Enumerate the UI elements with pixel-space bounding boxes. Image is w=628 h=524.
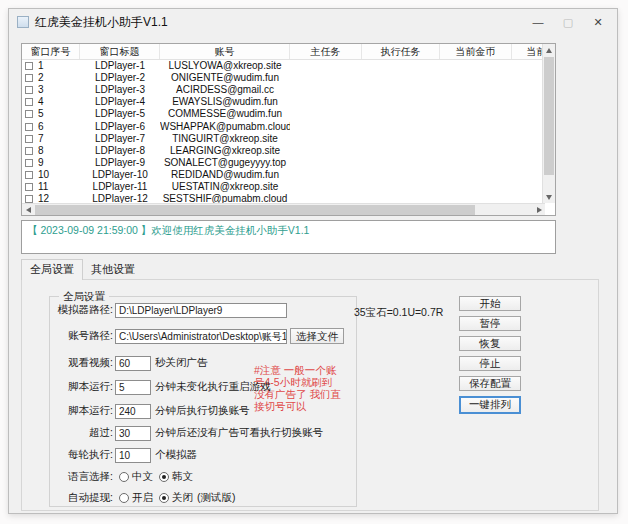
language-row: 语言选择: 中文 韩文 — [55, 469, 193, 485]
row-checkbox[interactable] — [25, 195, 33, 203]
row-checkbox[interactable] — [25, 74, 33, 82]
table-row[interactable]: 5LDPlayer-5COMMESSE@wudim.fun — [22, 108, 545, 120]
scroll-up-icon[interactable] — [543, 44, 555, 56]
row-checkbox[interactable] — [25, 62, 33, 70]
action-button-一键排列[interactable]: 一键排列 — [459, 396, 521, 414]
table-row[interactable]: 3LDPlayer-3ACIRDESS@gmail.cc — [22, 84, 545, 96]
radio-icon[interactable] — [159, 493, 169, 503]
radio-language-chinese[interactable]: 中文 — [119, 470, 153, 484]
attention-note-line: #注意 一般一个账 — [254, 364, 349, 376]
log-box: 【 2023-09-09 21:59:00 】欢迎使用红虎美金挂机小助手V1.1 — [21, 220, 556, 254]
app-icon — [17, 16, 29, 28]
row-account: TINGUIRT@xkreop.site — [160, 133, 290, 145]
watch-video-label: 观看视频: — [55, 356, 113, 370]
radio-withdraw-on[interactable]: 开启 — [119, 491, 153, 505]
row-number: 7 — [38, 133, 44, 145]
action-button-开始[interactable]: 开始 — [459, 296, 521, 311]
col-exec-task[interactable]: 执行任务 — [362, 44, 440, 59]
attention-note-line: 接切号可以 — [254, 400, 349, 412]
tab-global-settings[interactable]: 全局设置 — [21, 259, 83, 280]
row-checkbox[interactable] — [25, 123, 33, 131]
table-row[interactable]: 1LDPlayer-1LUSLYOWA@xkreop.site — [22, 60, 545, 72]
radio-icon[interactable] — [119, 493, 129, 503]
script-switch-suffix: 分钟后执行切换账号 — [155, 404, 250, 418]
auto-withdraw-label: 自动提现: — [55, 491, 113, 505]
row-account: REDIDAND@wudim.fun — [160, 169, 290, 181]
col-window-num[interactable]: 窗口序号 — [22, 44, 80, 59]
radio-icon[interactable] — [119, 472, 129, 482]
table-row[interactable]: 10LDPlayer-10REDIDAND@wudim.fun — [22, 169, 545, 181]
row-account: LEARGING@xkreop.site — [160, 145, 290, 157]
action-button-保存配置[interactable]: 保存配置 — [459, 376, 521, 391]
titlebar: 红虎美金挂机小助手V1.1 — ▢ ✕ — [9, 9, 617, 35]
groupbox-title: 全局设置 — [59, 290, 109, 304]
account-path-row: 账号路径: C:\Users\Administrator\Desktop\账号1… — [55, 328, 344, 344]
account-path-input[interactable]: C:\Users\Administrator\Desktop\账号1. — [115, 329, 287, 344]
table-row[interactable]: 6LDPlayer-6WSHAPPAK@pumabm.cloud — [22, 120, 545, 132]
table-row[interactable]: 4LDPlayer-4EWAYSLIS@wudim.fun — [22, 96, 545, 108]
radio-icon[interactable] — [159, 472, 169, 482]
per-round-row: 每轮执行: 10 个模拟器 — [55, 447, 197, 463]
table-header: 窗口序号 窗口标题 账号 主任务 执行任务 当前金币 当前宝 — [22, 44, 545, 60]
scroll-down-icon[interactable] — [543, 191, 555, 203]
row-checkbox[interactable] — [25, 98, 33, 106]
script-switch-label: 脚本运行: — [55, 404, 113, 418]
scroll-right-icon[interactable] — [533, 204, 545, 216]
radio-withdraw-off[interactable]: 关闭 — [159, 491, 193, 505]
row-checkbox[interactable] — [25, 147, 33, 155]
minimize-button[interactable]: — — [523, 9, 553, 35]
row-number: 1 — [38, 60, 44, 72]
window-title: 红虎美金挂机小助手V1.1 — [35, 14, 168, 31]
row-account: WSHAPPAK@pumabm.cloud — [160, 121, 290, 133]
per-round-input[interactable]: 10 — [115, 448, 151, 463]
horizontal-scrollbar[interactable] — [22, 203, 545, 215]
row-checkbox[interactable] — [25, 159, 33, 167]
app-window: 红虎美金挂机小助手V1.1 — ▢ ✕ 窗口序号 窗口标题 账号 主任务 执行任… — [8, 8, 618, 514]
row-window-title: LDPlayer-2 — [80, 72, 160, 84]
table-row[interactable]: 2LDPlayer-2ONIGENTE@wudim.fun — [22, 72, 545, 84]
select-file-button[interactable]: 选择文件 — [290, 328, 344, 344]
tab-other-settings[interactable]: 其他设置 — [83, 260, 143, 280]
action-button-暂停[interactable]: 暂停 — [459, 316, 521, 331]
row-checkbox[interactable] — [25, 171, 33, 179]
row-checkbox[interactable] — [25, 110, 33, 118]
action-button-停止[interactable]: 停止 — [459, 356, 521, 371]
row-number: 4 — [38, 96, 44, 108]
table-row[interactable]: 11LDPlayer-11UESTATIN@xkreop.site — [22, 181, 545, 193]
table-row[interactable]: 8LDPlayer-8LEARGING@xkreop.site — [22, 145, 545, 157]
row-number: 2 — [38, 72, 44, 84]
horizontal-scroll-thumb[interactable] — [35, 205, 475, 215]
emulator-path-row: 模拟器路径: D:\LDPlayer\LDPlayer9 — [55, 302, 287, 318]
vertical-scroll-thumb[interactable] — [544, 57, 554, 175]
table-row[interactable]: 7LDPlayer-7TINGUIRT@xkreop.site — [22, 133, 545, 145]
row-window-title: LDPlayer-10 — [80, 169, 160, 181]
script-restart-label: 脚本运行: — [55, 380, 113, 394]
script-restart-row: 脚本运行: 5 分钟未变化执行重启游戏 — [55, 379, 271, 395]
row-number: 9 — [38, 157, 44, 169]
scroll-left-icon[interactable] — [22, 204, 34, 216]
over-limit-input[interactable]: 30 — [115, 426, 151, 441]
close-button[interactable]: ✕ — [583, 9, 613, 35]
col-account[interactable]: 账号 — [160, 44, 290, 59]
gem-rate-note: 35宝石=0.1U=0.7R — [354, 306, 443, 320]
emulator-path-input[interactable]: D:\LDPlayer\LDPlayer9 — [115, 303, 287, 318]
script-switch-input[interactable]: 240 — [115, 404, 151, 419]
watch-video-input[interactable]: 60 — [115, 356, 151, 371]
row-checkbox[interactable] — [25, 135, 33, 143]
row-account: SONALECT@gugeyyyy.top — [160, 157, 290, 169]
row-checkbox[interactable] — [25, 86, 33, 94]
radio-language-korean[interactable]: 韩文 — [159, 470, 193, 484]
row-checkbox[interactable] — [25, 183, 33, 191]
row-window-title: LDPlayer-1 — [80, 60, 160, 72]
over-limit-label: 超过: — [55, 426, 113, 440]
maximize-button[interactable]: ▢ — [553, 9, 583, 35]
table-row[interactable]: 9LDPlayer-9SONALECT@gugeyyyy.top — [22, 157, 545, 169]
vertical-scrollbar[interactable] — [542, 44, 555, 203]
col-current-gold[interactable]: 当前金币 — [440, 44, 512, 59]
row-number: 6 — [38, 121, 44, 133]
action-button-恢复[interactable]: 恢复 — [459, 336, 521, 351]
col-main-task[interactable]: 主任务 — [290, 44, 362, 59]
script-restart-input[interactable]: 5 — [115, 380, 151, 395]
col-window-title[interactable]: 窗口标题 — [80, 44, 160, 59]
script-restart-suffix: 分钟未变化执行重启游戏 — [155, 380, 271, 394]
